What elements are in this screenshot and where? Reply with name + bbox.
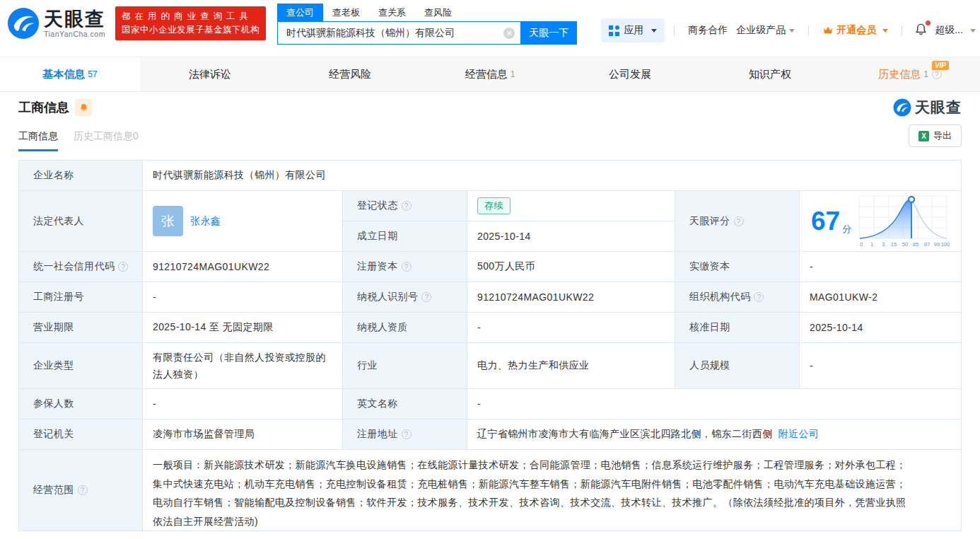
business-scope: 一般项目：新兴能源技术研发；新能源汽车换电设施销售；在线能源计量技术研发；合同能… [143, 450, 961, 531]
industry: 电力、热力生产和供应业 [467, 343, 675, 388]
logo-title: 天眼查 [44, 8, 105, 30]
field-label: 注册地址? [343, 419, 467, 449]
field-label: 工商注册号 [19, 282, 143, 312]
field-label: 经营范围? [19, 450, 143, 531]
registered-address: 辽宁省锦州市凌海市大有临海产业区滨北四路北侧，锦东二街西侧附近公司 [467, 419, 961, 449]
export-button[interactable]: X 导出 [909, 124, 962, 147]
header: 天眼查 TianYanCha.com 都在用的商业查询工具 国家中小企业发展子基… [0, 0, 980, 47]
crown-icon [822, 25, 834, 36]
taxpayer-id: 91210724MAG01UKW22 [467, 282, 675, 312]
registration-authority: 凌海市市场监督管理局 [143, 419, 343, 449]
credit-code: 91210724MAG01UKW22 [143, 252, 343, 282]
nearby-companies-link[interactable]: 附近公司 [778, 428, 819, 441]
help-icon: ? [734, 216, 744, 226]
svg-text:3: 3 [881, 241, 884, 248]
help-icon: ? [421, 292, 431, 302]
help-icon: ? [754, 292, 764, 302]
company-name: 时代骐骥新能源科技（锦州）有限公司 [143, 161, 961, 190]
tab-history[interactable]: VIP 历史信息1? [840, 57, 980, 91]
search-tab-risk[interactable]: 查风险 [415, 4, 461, 21]
taxpayer-quality: - [467, 313, 675, 342]
tab-risk[interactable]: 经营风险 [280, 57, 420, 91]
excel-icon: X [918, 131, 929, 141]
search-input[interactable] [286, 28, 503, 39]
notification-bell-icon[interactable] [914, 23, 928, 38]
field-label: 人员规模 [675, 343, 800, 388]
vip-badge: VIP [932, 61, 949, 70]
tab-legal[interactable]: 法律诉讼 [140, 57, 280, 91]
tab-basic-info[interactable]: 基本信息57 [0, 57, 140, 91]
help-icon: ? [78, 485, 88, 495]
subscribe-bell-icon[interactable] [75, 99, 92, 116]
field-label: 英文名称 [343, 389, 467, 419]
header-menu: 应用 商务合作 企业级产品 开通会员 超级... [601, 18, 980, 42]
field-label: 营业期限 [19, 313, 143, 342]
help-icon: ? [402, 262, 412, 272]
field-label: 统一社会信用代码? [19, 252, 143, 282]
legal-rep-link[interactable]: 张永鑫 [190, 215, 221, 228]
english-name: - [467, 389, 961, 419]
svg-text:15: 15 [890, 241, 896, 248]
svg-text:99: 99 [933, 241, 939, 248]
field-label: 纳税人识别号? [343, 282, 467, 312]
svg-text:1: 1 [870, 241, 873, 248]
field-label: 核准日期 [675, 313, 800, 342]
svg-text:50: 50 [902, 241, 907, 248]
subtab-business-info[interactable]: 工商信息 [18, 130, 58, 151]
field-label: 参保人数 [19, 389, 143, 419]
establish-date: 2025-10-14 [467, 221, 675, 252]
status-badge: 存续 [477, 197, 511, 214]
approval-date: 2025-10-14 [800, 313, 961, 342]
search-button[interactable]: 天眼一下 [520, 21, 577, 45]
registration-number: - [143, 282, 343, 312]
tianyancha-logo[interactable]: 天眼查 TianYanCha.com [7, 7, 105, 40]
help-icon: ? [402, 201, 412, 211]
field-label: 企业类型 [19, 343, 143, 388]
field-label: 组织机构代码? [675, 282, 800, 312]
field-label: 登记机关 [19, 419, 143, 449]
field-label: 实缴资本 [675, 252, 800, 282]
legal-representative: 张 张永鑫 [143, 191, 343, 251]
help-icon: ? [402, 429, 412, 439]
tab-development[interactable]: 公司发展 [560, 57, 700, 91]
clear-icon[interactable]: ✕ [503, 28, 515, 39]
field-label: 登记状态? [343, 191, 467, 221]
registered-capital: 500万人民币 [467, 252, 675, 282]
search-tab-boss[interactable]: 查老板 [323, 4, 369, 21]
search-tab-relation[interactable]: 查关系 [369, 4, 415, 21]
help-icon: ? [118, 262, 128, 272]
menu-super-vip[interactable]: 超级... [935, 24, 976, 37]
subtab-history-info[interactable]: 历史工商信息0 [74, 130, 139, 151]
insured-count: - [143, 389, 343, 419]
svg-text:85: 85 [912, 241, 918, 248]
tab-ip[interactable]: 知识产权 [700, 57, 840, 91]
apps-grid-icon [609, 25, 619, 36]
business-term: 2025-10-14 至 无固定期限 [143, 313, 343, 342]
staff-size: - [800, 343, 961, 388]
menu-cooperation[interactable]: 商务合作 [688, 24, 728, 37]
business-info-table: 企业名称 时代骐骥新能源科技（锦州）有限公司 法定代表人 张 张永鑫 登记状态?… [18, 160, 962, 531]
score-curve-chart: 0131550859799100 [858, 195, 950, 248]
field-label: 成立日期 [343, 221, 467, 252]
avatar[interactable]: 张 [153, 206, 183, 236]
paid-capital: - [800, 252, 961, 282]
section-title: 工商信息 [18, 99, 69, 116]
tab-operation[interactable]: 经营信息1 [420, 57, 560, 91]
tianyancha-logo-icon [7, 7, 40, 40]
menu-vip[interactable]: 开通会员 [822, 24, 888, 37]
menu-enterprise[interactable]: 企业级产品 [736, 24, 795, 37]
logo-domain: TianYanCha.com [44, 30, 105, 38]
registration-status: 存续 [467, 191, 675, 221]
field-label: 企业名称 [19, 161, 143, 190]
company-type: 有限责任公司（非自然人投资或控股的法人独资） [143, 343, 343, 388]
field-label: 注册资本? [343, 252, 467, 282]
search-area: 查公司 查老板 查关系 查风险 ✕ 天眼一下 [277, 4, 577, 45]
company-nav-tabs: 基本信息57 法律诉讼 经营风险 经营信息1 公司发展 知识产权 VIP 历史信… [0, 57, 980, 92]
svg-text:97: 97 [923, 241, 929, 248]
field-label: 天眼评分? [675, 191, 800, 251]
apps-menu[interactable]: 应用 [601, 18, 665, 42]
watermark-logo: 天眼查 [893, 98, 962, 117]
org-code: MAG01UKW-2 [800, 282, 961, 312]
search-tab-company[interactable]: 查公司 [277, 4, 323, 21]
field-label: 法定代表人 [19, 191, 143, 251]
